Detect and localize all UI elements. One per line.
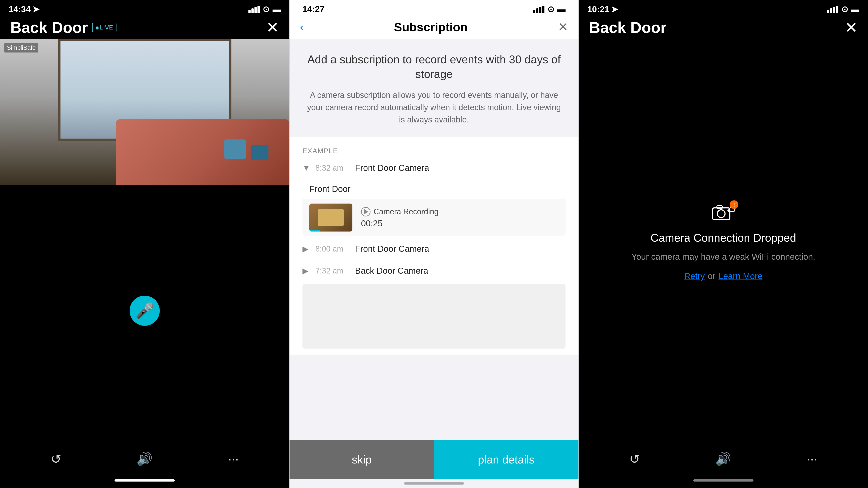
right-time-loc: 10:21 ➤ xyxy=(587,4,618,14)
or-separator: or xyxy=(708,271,716,281)
center-close-button[interactable]: ✕ xyxy=(558,20,568,34)
camera-dropped-wrapper: ! xyxy=(710,202,736,225)
thumb-chair xyxy=(318,209,344,226)
event-expanded-header: Front Door xyxy=(303,179,565,199)
recording-row[interactable]: Camera Recording 00:25 xyxy=(303,199,565,236)
right-wifi-icon: ⊙ xyxy=(841,4,848,14)
right-bottom-toolbar: ↺ 🔊 ··· xyxy=(579,445,868,479)
right-time: 10:21 xyxy=(587,4,609,14)
left-wifi-icon: ⊙ xyxy=(262,4,270,14)
right-black-space: ! Camera Connection Dropped Your camera … xyxy=(579,39,868,445)
event-expanded-0: Front Door Camera Recording xyxy=(303,179,565,236)
left-history-icon[interactable]: ↺ xyxy=(51,451,61,466)
left-more-icon[interactable]: ··· xyxy=(228,451,239,466)
center-nav-title: Subscription xyxy=(394,20,468,34)
event-arrow-0: ▼ xyxy=(303,164,311,172)
panel-right: 10:21 ➤ ⊙ ▬ Back Door ✕ ! xyxy=(579,0,868,488)
left-nav-bar: Back Door LIVE ✕ xyxy=(0,17,289,39)
play-triangle xyxy=(364,209,368,214)
right-history-icon[interactable]: ↺ xyxy=(629,451,640,466)
subscription-header: Add a subscription to record events with… xyxy=(289,39,579,137)
subscription-description: A camera subscription allows you to reco… xyxy=(307,89,561,126)
left-camera-feed: SimpliSafe xyxy=(0,39,289,185)
event-arrow-1: ▶ xyxy=(303,245,311,254)
left-status-icons: ⊙ ▬ xyxy=(248,4,281,14)
center-battery-icon: ▬ xyxy=(557,4,565,14)
plan-details-button[interactable]: plan details xyxy=(434,440,579,479)
center-wifi-icon: ⊙ xyxy=(548,4,554,14)
left-title-row: Back Door LIVE xyxy=(10,19,117,36)
left-location-icon: ➤ xyxy=(32,4,40,14)
simplisafe-logo: SimpliSafe xyxy=(4,43,38,53)
event-name-2: Back Door Camera xyxy=(355,266,428,275)
event-time-0: 8:32 am xyxy=(315,164,350,172)
event-row-0[interactable]: ▼ 8:32 am Front Door Camera xyxy=(303,157,565,179)
center-bottom-buttons: skip plan details xyxy=(289,440,579,479)
mic-icon: 🎤 xyxy=(135,302,154,320)
event-row-1[interactable]: ▶ 8:00 am Front Door Camera xyxy=(303,238,565,260)
center-status-icons: ⊙ ▬ xyxy=(533,4,565,14)
panel-center: 14:27 ⊙ ▬ ‹ Subscription ✕ Add a subscri… xyxy=(289,0,579,488)
event-time-2: 7:32 am xyxy=(315,266,350,275)
recording-info: Camera Recording 00:25 xyxy=(361,207,438,228)
center-content-area: Add a subscription to record events with… xyxy=(289,39,579,440)
event-name-1: Front Door Camera xyxy=(355,244,429,254)
right-location-icon: ➤ xyxy=(611,4,618,14)
example-section: EXAMPLE ▼ 8:32 am Front Door Camera Fron… xyxy=(289,137,579,355)
camera-pillow2 xyxy=(251,145,269,160)
live-dot xyxy=(96,27,99,30)
camera-pillow1 xyxy=(224,139,246,159)
retry-link[interactable]: Retry xyxy=(684,271,705,281)
example-label: EXAMPLE xyxy=(303,143,565,157)
connection-dropped-title: Camera Connection Dropped xyxy=(651,231,796,244)
learn-more-link[interactable]: Learn More xyxy=(718,271,763,281)
mic-button[interactable]: 🎤 xyxy=(130,296,160,326)
thumb-progress xyxy=(309,230,320,231)
left-page-title: Back Door xyxy=(10,19,88,36)
camera-scene xyxy=(0,39,289,185)
left-home-indicator xyxy=(115,479,175,482)
right-nav-bar: Back Door ✕ xyxy=(579,17,868,39)
event-row-2[interactable]: ▶ 7:32 am Back Door Camera xyxy=(303,260,565,282)
play-circle-icon xyxy=(361,207,371,217)
recording-type-label: Camera Recording xyxy=(373,207,438,216)
left-close-button[interactable]: ✕ xyxy=(266,19,279,37)
left-live-badge: LIVE xyxy=(92,23,117,32)
center-back-button[interactable]: ‹ xyxy=(300,21,304,34)
event-name-0: Front Door Camera xyxy=(355,163,429,173)
live-label: LIVE xyxy=(100,24,113,31)
right-signal-icon xyxy=(827,5,838,13)
center-status-bar: 14:27 ⊙ ▬ xyxy=(289,0,579,16)
right-status-bar: 10:21 ➤ ⊙ ▬ xyxy=(579,0,868,17)
left-status-bar: 14:34 ➤ ⊙ ▬ xyxy=(0,0,289,17)
center-home-indicator xyxy=(404,482,464,485)
skip-button[interactable]: skip xyxy=(289,440,434,479)
subscription-heading: Add a subscription to record events with… xyxy=(307,52,561,81)
event-arrow-2: ▶ xyxy=(303,266,311,275)
camera-alert-badge: ! xyxy=(730,200,738,209)
right-more-icon[interactable]: ··· xyxy=(807,451,817,466)
right-page-title: Back Door xyxy=(589,19,666,36)
left-battery-icon: ▬ xyxy=(273,5,281,14)
connection-action-row: Retry or Learn More xyxy=(684,271,763,281)
center-signal-icon xyxy=(533,5,545,13)
camera-sofa xyxy=(116,119,289,185)
event-time-1: 8:00 am xyxy=(315,245,350,254)
recording-type-row: Camera Recording xyxy=(361,207,438,217)
center-time: 14:27 xyxy=(303,4,324,14)
left-black-area: 🎤 xyxy=(0,185,289,445)
connection-dropped-subtitle: Your camera may have a weak WiFi connect… xyxy=(631,251,815,263)
right-close-button[interactable]: ✕ xyxy=(845,19,858,37)
recording-thumbnail xyxy=(309,203,352,231)
right-volume-icon[interactable]: 🔊 xyxy=(715,451,731,466)
left-bottom-toolbar: ↺ 🔊 ··· xyxy=(0,445,289,479)
left-time: 14:34 xyxy=(9,4,31,14)
left-signal-icon xyxy=(248,5,259,13)
thumb-scene xyxy=(309,203,352,231)
right-battery-icon: ▬ xyxy=(851,5,859,14)
center-nav-bar: ‹ Subscription ✕ xyxy=(289,16,579,39)
panel-left: 14:34 ➤ ⊙ ▬ Back Door LIVE ✕ xyxy=(0,0,289,488)
recording-duration: 00:25 xyxy=(361,219,438,228)
left-volume-icon[interactable]: 🔊 xyxy=(136,451,153,466)
right-home-indicator xyxy=(693,479,753,482)
